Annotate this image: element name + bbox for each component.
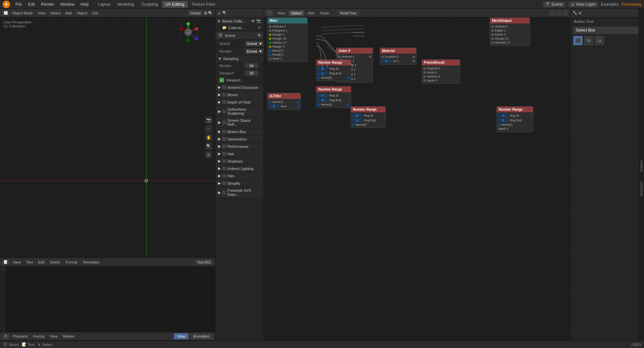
marker-btn[interactable]: Marker (61, 334, 76, 339)
tab-layout[interactable]: Layout (95, 1, 114, 8)
blender-logo[interactable] (3, 1, 10, 8)
select-btn[interactable]: Select (48, 10, 63, 16)
node-mesh-output[interactable]: MeshOutput Vertices 2 Edges 2 Faces 3 Gr… (490, 17, 530, 46)
viewport-icon-2[interactable]: 🔍 (208, 11, 213, 15)
node-main[interactable]: Main Vertices 2 Polygons 1 Range: 1 Rang… (267, 17, 308, 62)
text-editor-icon[interactable]: 📝 (2, 259, 9, 265)
section-header-0[interactable]: ▶ ⬛ Ambient Occlusion (215, 84, 264, 91)
text-status[interactable]: 📝 Text (22, 342, 35, 347)
tab-sculpting[interactable]: Sculpting (138, 1, 161, 8)
section-header-4[interactable]: ▶ ⬛ Screen Space Refl... (215, 117, 264, 128)
text-text-btn[interactable]: Text (24, 259, 35, 265)
section-header-1[interactable]: ▶ ⬛ Bloom (215, 91, 264, 98)
mode-icon[interactable]: ⬜ (2, 10, 9, 16)
zoom-icon[interactable]: 🔍 (205, 142, 212, 150)
3d-viewport[interactable]: User Perspective (1) Collection (0, 17, 215, 257)
render-engine-dropdown[interactable]: Eevee ▼ (245, 49, 264, 54)
add-btn[interactable]: Add (63, 10, 74, 16)
timeline-view-btn[interactable]: View (48, 334, 60, 339)
section-header-13[interactable]: ▶ ⬛ Freestyle SVG Expo... (215, 187, 264, 198)
section-header-11[interactable]: ▶ ⬛ Film (215, 172, 264, 179)
tool-circle-icon[interactable]: ⊙ (584, 36, 593, 45)
grid-icon[interactable]: ⊞ (205, 151, 212, 159)
cursor-icon[interactable]: ↔ (205, 125, 212, 132)
select-status[interactable]: 🖱 Select (37, 343, 53, 347)
node-editor-icon[interactable]: ⬛ (266, 10, 273, 16)
svg-text:Y: Y (187, 31, 189, 34)
sketchfab-tab[interactable]: Sketchfab (640, 182, 643, 196)
mode-selector[interactable]: Object Mode (10, 10, 35, 16)
viewport-samples-value[interactable]: 16 (245, 70, 258, 76)
section-header-9[interactable]: ▶ ⬛ Shadows (215, 158, 264, 165)
playback-btn[interactable]: Playback (11, 334, 30, 339)
menu-file[interactable]: File (13, 1, 24, 7)
text-file-selector[interactable]: Text.001 (195, 259, 213, 265)
menu-help[interactable]: Help (78, 1, 92, 7)
render-samples-value[interactable]: 64 (245, 63, 258, 68)
node-points-result[interactable]: PointsResult Original 0 Inputs 2 Vertice… (422, 59, 460, 84)
collection-row[interactable]: 📁 Collectic... 👁 (215, 24, 264, 31)
camera-icon[interactable]: 📷 (256, 19, 261, 23)
section-header-10[interactable]: ▶ ⬛ Indirect Lighting (215, 165, 264, 172)
tab-texture-paint[interactable]: Texture Paint (189, 1, 219, 8)
menu-render[interactable]: Render (38, 1, 57, 7)
text-view-btn[interactable]: View (11, 259, 23, 265)
tool-lasso-icon[interactable]: ⊔ (595, 36, 604, 45)
node-numrange2[interactable]: Number Range 0Rng St 0Rng End Items(0) (316, 86, 351, 108)
gis-btn[interactable]: GIS (90, 10, 100, 16)
camera-view-icon[interactable]: 📷 (205, 116, 212, 124)
sampling-header[interactable]: ▼ Sampling (215, 55, 264, 62)
scene-selector[interactable]: 🎬 Scene (543, 1, 566, 7)
node-toolbar-icon-2[interactable] (556, 10, 561, 16)
menu-edit[interactable]: Edit (25, 1, 38, 7)
view-btn[interactable]: View (36, 10, 48, 16)
text-templates-btn[interactable]: Templates (80, 259, 101, 265)
tab-modeling[interactable]: Modeling (114, 1, 138, 8)
tab-node[interactable]: Node (318, 10, 332, 16)
timeline-icon[interactable]: ⏱ (2, 333, 9, 339)
viewport-icon-1[interactable]: ⊞ (204, 11, 207, 15)
nav-gizmo[interactable]: Y (178, 22, 198, 42)
select-box-status[interactable]: ⬛ Select (3, 342, 19, 347)
section-header-6[interactable]: ▶ ⬛ Volumetrics (215, 135, 264, 142)
sidebar-tab[interactable]: Sidebar (640, 160, 643, 172)
tab-view[interactable]: View (275, 10, 288, 16)
view-layer-selector[interactable]: 🗂 View Layer (568, 1, 598, 7)
text-edit-btn[interactable]: Edit (36, 259, 47, 265)
keying-btn[interactable]: Keying (31, 334, 47, 339)
tab-select[interactable]: Select (289, 10, 305, 16)
node-toolbar-icon-1[interactable] (549, 10, 555, 16)
global-transform[interactable]: Global (188, 10, 203, 16)
tab-uv-editing[interactable]: UV Editing (162, 1, 188, 8)
node-material[interactable]: Material Location 2 0Int 1 (380, 48, 417, 65)
node-tree-selector[interactable]: NodeTree (337, 10, 359, 16)
text-content-area[interactable] (7, 267, 215, 332)
section-header-7[interactable]: ▶ ⬛ Performance (215, 143, 264, 150)
menu-window[interactable]: Window (57, 1, 77, 7)
node-canvas[interactable]: Main Vertices 2 Polygons 1 Range: 1 Rang… (264, 17, 570, 348)
move-icon[interactable]: ✋ (205, 134, 212, 141)
section-header-2[interactable]: ▶ ⬛ Depth of Field (215, 99, 264, 106)
section-header-8[interactable]: ▶ ⬛ Hair (215, 150, 264, 157)
text-select-btn[interactable]: Select (48, 259, 62, 265)
animation-btn[interactable]: Animation (190, 333, 213, 339)
tool-box-icon[interactable]: ⬛ (573, 36, 583, 45)
viewport-denoise-checkbox[interactable]: ✓ (219, 78, 224, 82)
scene-dropdown[interactable]: Scene ▼ (245, 41, 264, 46)
section-header-3[interactable]: ▶ ⬛ Subsurface Scattering (215, 106, 264, 117)
node-numrange3[interactable]: Number Range 0Rng St 0Rng End Items(0) (351, 106, 386, 128)
frame-btn[interactable]: View (174, 333, 189, 339)
node-numrange1[interactable]: Number Range 0Rng St 0Rng End Items(0) (316, 59, 351, 81)
node-numrange-br[interactable]: Number Range 0Rng St 0Rng End Items(0) S… (496, 106, 533, 132)
section-header-5[interactable]: ▶ ⬛ Motion Blur (215, 128, 264, 135)
text-format-btn[interactable]: Format (63, 259, 79, 265)
props-settings-icon[interactable]: ⚙ (258, 33, 261, 38)
node-afilter[interactable]: A.Filter Items(7) 0Item (267, 93, 301, 110)
node-toolbar-icon-3[interactable] (563, 10, 568, 16)
tab-add[interactable]: Add (305, 10, 317, 16)
object-btn[interactable]: Object (74, 10, 89, 16)
section-header-12[interactable]: ▶ ⬛ Simplify (215, 180, 264, 187)
node-editor[interactable]: ⬛ View Select Add Node NodeTree (264, 9, 570, 348)
scene-collection-row[interactable]: ▶ Scene Colle... 👁 📷 (215, 17, 264, 24)
visibility-icon[interactable]: 👁 (251, 19, 255, 23)
